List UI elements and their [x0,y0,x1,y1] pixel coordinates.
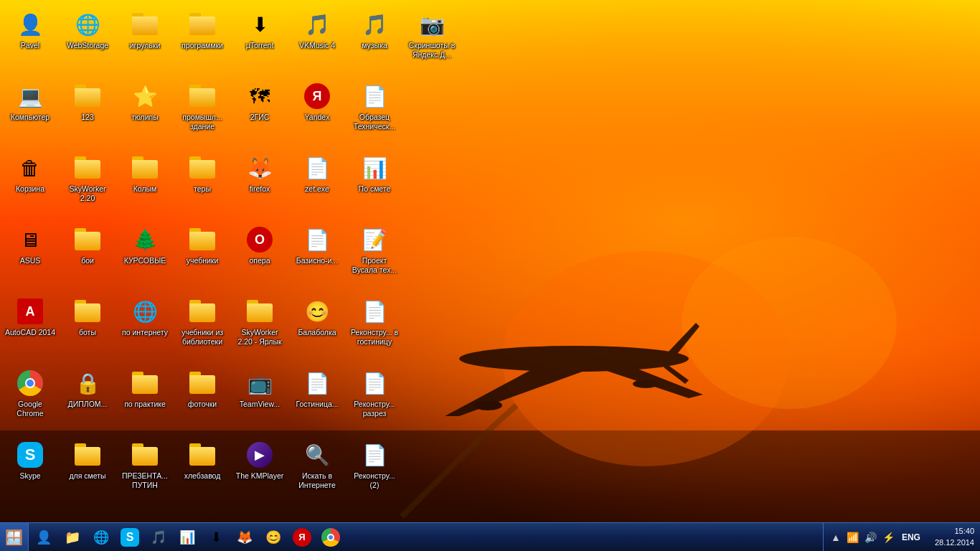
2gis-icon: 🗺 [250,85,270,108]
desktop-icon-opera[interactable]: O опера [232,221,287,293]
desktop-icon-zetexe[interactable]: 📄 zet.exe [290,149,344,221]
taskbar-item-tb-folder[interactable]: 📁 [59,524,86,550]
desktop-icon-balabol[interactable]: 😊 Балаболка [290,293,344,364]
desktop-icon-skyworker220[interactable]: SkyWorker 2.20 [60,149,115,221]
desktop-icon-tulips[interactable]: ⭐ тюлипы [118,77,172,149]
tulips-icon: ⭐ [133,85,158,108]
desktop-icon-teamviewer[interactable]: 📺 TeamView... [232,364,287,436]
desktop-icon-kursovye[interactable]: 🌲 КУРСОВЫЕ [118,221,172,293]
svg-marker-6 [667,323,699,357]
desktop-icon-igrulki[interactable]: игрульки [118,6,172,77]
vkmusic-label: VKMusic 4 [299,41,335,50]
firefox-icon: 🦊 [248,156,273,180]
taskbar-item-tb-utorrent[interactable]: ⬇ [202,524,230,550]
taskbar-item-tb-yandex[interactable]: Я [288,524,316,550]
yandex-icon: Я [304,83,330,109]
desktop-icon-prom-zdanie[interactable]: промышл... здание [175,77,230,149]
desktop-icon-kmplayer[interactable]: ▶ The KMPlayer [232,436,287,508]
desktop-icon-po-praktike[interactable]: по практике [118,364,172,436]
taskbar-item-tb-chrome[interactable] [317,524,344,550]
taskbar-item-tb-user[interactable]: 👤 [30,524,57,550]
desktop-icon-prezenta-putin[interactable]: ПРЕЗЕНТА... ПУТИН [118,436,172,508]
desktop-icon-firefox[interactable]: 🦊 firefox [232,149,287,221]
taskbar-item-tb-excel[interactable]: 📊 [174,524,201,550]
desktop-icon-boi[interactable]: бои [60,221,115,293]
desktop-icon-google-chrome[interactable]: Google Chrome [3,364,57,436]
folder-icon [75,443,100,466]
taskbar-item-tb-firefox[interactable]: 🦊 [231,524,258,550]
svg-marker-5 [581,355,703,398]
desktop-icon-iskat-internete[interactable]: 🔍 Искать в Интернете [290,436,344,508]
desktop-icon-autocad[interactable]: A AutoCAD 2014 [3,293,57,364]
desktop-icon-gostinisa[interactable]: 📄 Гостиница... [290,364,344,436]
desktop-icon-skrinshoty[interactable]: 📷 Скриншоты в Яндекс.Д... [405,6,459,77]
svg-point-1 [502,251,789,466]
hlebzavod-label: хлебзавод [184,471,221,481]
desktop-icon-boty[interactable]: боты [60,293,115,364]
skrinshoty-label: Скриншоты в Яндекс.Д... [406,41,458,59]
desktop-icon-kolym[interactable]: Колым [118,149,172,221]
desktop-icon-obrazec[interactable]: 📄 Образец Техническ... [347,77,402,149]
bazisno-label: Базисно-и... [296,256,338,265]
system-clock[interactable]: 15:40 28.12.2014 [929,526,980,548]
taskbar-item-tb-ie[interactable]: 🌐 [88,524,115,550]
folder-icon [189,13,215,36]
desktop-icon-123[interactable]: 123 [60,77,115,149]
tray-battery-icon[interactable]: ⚡ [881,532,896,543]
desktop-icon-po-internetu[interactable]: 🌐 по интернету [118,293,172,364]
desktop-icon-uchebniki-bibl[interactable]: учебники из библиотеки [175,293,230,364]
desktop-icon-proekt[interactable]: 📝 Проект Вусала тех... [347,221,402,293]
desktop-icon-programki[interactable]: программки [175,6,230,77]
programki-label: программки [182,41,223,50]
korzina-label: Корзина [16,184,44,194]
folder-icon [75,156,100,179]
desktop-icon-fotochki[interactable]: фоточки [175,364,230,436]
desktop-icon-bazisno[interactable]: 📄 Базисно-и... [290,221,344,293]
desktop-icon-asus[interactable]: 🖥 ASUS [3,221,57,293]
folder-icon [75,300,100,323]
balabol-label: Балаболка [298,328,336,337]
desktop-icon-pavel[interactable]: 👤 Pavel [3,6,57,77]
tray-network-icon[interactable]: 📶 [845,532,860,543]
desktop-icon-rekonstrukcia-2[interactable]: 📄 Реконстру... (2) [347,436,402,508]
desktop-icon-dlya-smety[interactable]: для сметы [60,436,115,508]
svg-point-3 [459,346,689,372]
desktop-icon-vkmusic[interactable]: 🎵 VKMusic 4 [290,6,344,77]
start-button[interactable]: 🪟 [0,523,29,552]
desktop-icon-korzina[interactable]: 🗑 Корзина [3,149,57,221]
kmplayer-icon: ▶ [247,442,273,468]
desktop-icon-skype[interactable]: S Skype [3,436,57,508]
desktop-icon-muzika[interactable]: 🎵 музыка [347,6,402,77]
skyworker-yarl-label: SkyWorker 2.20 - Ярлык [234,328,286,346]
webstorage-icon: 🌐 [75,13,100,37]
taskbar-item-tb-music[interactable]: 🎵 [145,524,172,550]
desktop-icon-rekonstrukcia-gost[interactable]: 📄 Реконстру... в гостиницу [347,293,402,364]
yandex-label: Yandex [305,113,330,122]
prom-zdanie-label: промышл... здание [176,113,228,131]
desktop-icon-utorrent[interactable]: ⬇ µTorrent [232,6,287,77]
desktop-icon-skyworker-yarl[interactable]: SkyWorker 2.20 - Ярлык [232,293,287,364]
iskat-internete-icon: 🔍 [305,443,330,467]
desktop-icon-diplom[interactable]: 🔒 ДИПЛОМ... [60,364,115,436]
folder-icon [132,156,158,179]
tray-language[interactable]: ENG [899,532,923,542]
desktop-icon-webstorage[interactable]: 🌐 WebStorage [60,6,115,77]
boi-label: бои [81,256,94,265]
taskbar-item-tb-skype[interactable]: S [116,524,143,550]
kursovye-label: КУРСОВЫЕ [124,256,166,265]
desktop-icon-computer[interactable]: 💻 Компьютер [3,77,57,149]
desktop-icon-posmete[interactable]: 📊 По смете [347,149,402,221]
autocad-icon: A [17,298,43,324]
taskbar-item-tb-balabol[interactable]: 😊 [260,524,287,550]
tray-expand-icon[interactable]: ▲ [829,532,842,543]
clock-date: 28.12.2014 [935,537,974,548]
tray-volume-icon[interactable]: 🔊 [863,532,878,543]
desktop-icon-hlebzavod[interactable]: хлебзавод [175,436,230,508]
muzika-label: музыка [362,41,387,50]
desktop-icon-rekonstrukcia-razrez[interactable]: 📄 Реконстру... разрез [347,364,402,436]
desktop-icon-2gis[interactable]: 🗺 2ГИС [232,77,287,149]
desktop-icon-tery[interactable]: теры [175,149,230,221]
desktop-icon-yandex[interactable]: Я Yandex [290,77,344,149]
rekonstrukcia-2-label: Реконстру... (2) [349,471,400,489]
desktop-icon-uchebniki[interactable]: учебники [175,221,230,293]
